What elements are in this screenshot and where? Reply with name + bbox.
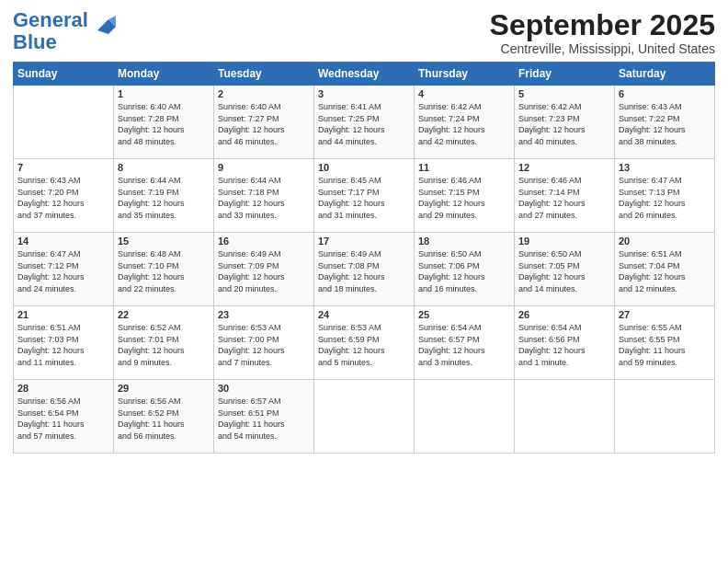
title-block: September 2025 Centreville, Mississippi,… bbox=[490, 9, 715, 56]
day-info: Sunrise: 6:45 AM Sunset: 7:17 PM Dayligh… bbox=[318, 175, 410, 221]
day-info: Sunrise: 6:49 AM Sunset: 7:08 PM Dayligh… bbox=[318, 248, 410, 294]
day-number: 12 bbox=[518, 162, 610, 173]
logo-text: General Blue bbox=[13, 9, 88, 53]
day-number: 3 bbox=[318, 88, 410, 99]
day-info: Sunrise: 6:57 AM Sunset: 6:51 PM Dayligh… bbox=[218, 396, 310, 442]
day-cell: 18Sunrise: 6:50 AM Sunset: 7:06 PM Dayli… bbox=[415, 233, 515, 306]
week-row-5: 28Sunrise: 6:56 AM Sunset: 6:54 PM Dayli… bbox=[14, 380, 715, 454]
day-info: Sunrise: 6:47 AM Sunset: 7:12 PM Dayligh… bbox=[17, 248, 109, 294]
day-number: 16 bbox=[218, 236, 310, 247]
day-cell: 10Sunrise: 6:45 AM Sunset: 7:17 PM Dayli… bbox=[314, 159, 415, 233]
day-number: 27 bbox=[619, 309, 711, 320]
day-info: Sunrise: 6:46 AM Sunset: 7:14 PM Dayligh… bbox=[518, 175, 610, 221]
day-number: 18 bbox=[418, 236, 510, 247]
day-info: Sunrise: 6:48 AM Sunset: 7:10 PM Dayligh… bbox=[118, 248, 210, 294]
day-number: 17 bbox=[318, 236, 410, 247]
day-cell: 6Sunrise: 6:43 AM Sunset: 7:22 PM Daylig… bbox=[615, 86, 715, 159]
day-number: 25 bbox=[418, 309, 510, 320]
day-cell bbox=[415, 380, 515, 454]
day-cell: 29Sunrise: 6:56 AM Sunset: 6:52 PM Dayli… bbox=[114, 380, 214, 454]
day-info: Sunrise: 6:47 AM Sunset: 7:13 PM Dayligh… bbox=[619, 175, 711, 221]
col-thursday: Thursday bbox=[415, 63, 515, 86]
day-number: 23 bbox=[218, 309, 310, 320]
day-cell: 1Sunrise: 6:40 AM Sunset: 7:28 PM Daylig… bbox=[114, 86, 214, 159]
day-number: 6 bbox=[619, 88, 711, 99]
col-sunday: Sunday bbox=[14, 63, 114, 86]
logo: General Blue bbox=[13, 9, 119, 53]
day-info: Sunrise: 6:55 AM Sunset: 6:55 PM Dayligh… bbox=[619, 322, 711, 368]
day-info: Sunrise: 6:42 AM Sunset: 7:24 PM Dayligh… bbox=[418, 101, 510, 147]
day-cell: 16Sunrise: 6:49 AM Sunset: 7:09 PM Dayli… bbox=[214, 233, 314, 306]
col-friday: Friday bbox=[515, 63, 615, 86]
day-info: Sunrise: 6:43 AM Sunset: 7:22 PM Dayligh… bbox=[619, 101, 711, 147]
day-info: Sunrise: 6:50 AM Sunset: 7:05 PM Dayligh… bbox=[518, 248, 610, 294]
day-info: Sunrise: 6:46 AM Sunset: 7:15 PM Dayligh… bbox=[418, 175, 510, 221]
day-number: 22 bbox=[118, 309, 210, 320]
day-number: 24 bbox=[318, 309, 410, 320]
day-number: 13 bbox=[619, 162, 711, 173]
day-info: Sunrise: 6:44 AM Sunset: 7:18 PM Dayligh… bbox=[218, 175, 310, 221]
day-cell: 11Sunrise: 6:46 AM Sunset: 7:15 PM Dayli… bbox=[415, 159, 515, 233]
header-row: Sunday Monday Tuesday Wednesday Thursday… bbox=[14, 63, 715, 86]
day-number: 29 bbox=[118, 383, 210, 394]
day-cell bbox=[14, 86, 114, 159]
day-info: Sunrise: 6:53 AM Sunset: 7:00 PM Dayligh… bbox=[218, 322, 310, 368]
day-cell: 24Sunrise: 6:53 AM Sunset: 6:59 PM Dayli… bbox=[314, 306, 415, 380]
day-info: Sunrise: 6:50 AM Sunset: 7:06 PM Dayligh… bbox=[418, 248, 510, 294]
day-info: Sunrise: 6:43 AM Sunset: 7:20 PM Dayligh… bbox=[17, 175, 109, 221]
day-cell bbox=[314, 380, 415, 454]
col-tuesday: Tuesday bbox=[214, 63, 314, 86]
week-row-1: 1Sunrise: 6:40 AM Sunset: 7:28 PM Daylig… bbox=[14, 86, 715, 159]
day-info: Sunrise: 6:40 AM Sunset: 7:28 PM Dayligh… bbox=[118, 101, 210, 147]
day-info: Sunrise: 6:56 AM Sunset: 6:52 PM Dayligh… bbox=[118, 396, 210, 442]
day-cell bbox=[515, 380, 615, 454]
day-cell: 30Sunrise: 6:57 AM Sunset: 6:51 PM Dayli… bbox=[214, 380, 314, 454]
day-info: Sunrise: 6:54 AM Sunset: 6:56 PM Dayligh… bbox=[518, 322, 610, 368]
day-number: 7 bbox=[17, 162, 109, 173]
day-cell: 26Sunrise: 6:54 AM Sunset: 6:56 PM Dayli… bbox=[515, 306, 615, 380]
day-number: 11 bbox=[418, 162, 510, 173]
day-number: 5 bbox=[518, 88, 610, 99]
day-info: Sunrise: 6:49 AM Sunset: 7:09 PM Dayligh… bbox=[218, 248, 310, 294]
day-cell: 8Sunrise: 6:44 AM Sunset: 7:19 PM Daylig… bbox=[114, 159, 214, 233]
day-cell: 13Sunrise: 6:47 AM Sunset: 7:13 PM Dayli… bbox=[615, 159, 715, 233]
day-info: Sunrise: 6:51 AM Sunset: 7:03 PM Dayligh… bbox=[17, 322, 109, 368]
calendar-subtitle: Centreville, Mississippi, United States bbox=[490, 41, 715, 56]
day-number: 8 bbox=[118, 162, 210, 173]
day-number: 4 bbox=[418, 88, 510, 99]
day-info: Sunrise: 6:56 AM Sunset: 6:54 PM Dayligh… bbox=[17, 396, 109, 442]
day-cell: 15Sunrise: 6:48 AM Sunset: 7:10 PM Dayli… bbox=[114, 233, 214, 306]
col-wednesday: Wednesday bbox=[314, 63, 415, 86]
col-saturday: Saturday bbox=[615, 63, 715, 86]
day-number: 26 bbox=[518, 309, 610, 320]
week-row-3: 14Sunrise: 6:47 AM Sunset: 7:12 PM Dayli… bbox=[14, 233, 715, 306]
day-number: 10 bbox=[318, 162, 410, 173]
day-number: 9 bbox=[218, 162, 310, 173]
day-cell bbox=[615, 380, 715, 454]
week-row-4: 21Sunrise: 6:51 AM Sunset: 7:03 PM Dayli… bbox=[14, 306, 715, 380]
logo-icon bbox=[90, 12, 119, 41]
day-number: 1 bbox=[118, 88, 210, 99]
day-cell: 25Sunrise: 6:54 AM Sunset: 6:57 PM Dayli… bbox=[415, 306, 515, 380]
day-cell: 5Sunrise: 6:42 AM Sunset: 7:23 PM Daylig… bbox=[515, 86, 615, 159]
day-info: Sunrise: 6:42 AM Sunset: 7:23 PM Dayligh… bbox=[518, 101, 610, 147]
day-info: Sunrise: 6:44 AM Sunset: 7:19 PM Dayligh… bbox=[118, 175, 210, 221]
day-cell: 23Sunrise: 6:53 AM Sunset: 7:00 PM Dayli… bbox=[214, 306, 314, 380]
day-number: 30 bbox=[218, 383, 310, 394]
calendar-table: Sunday Monday Tuesday Wednesday Thursday… bbox=[13, 62, 715, 454]
day-number: 14 bbox=[17, 236, 109, 247]
header: General Blue September 2025 Centreville,… bbox=[13, 9, 715, 56]
calendar-title: September 2025 bbox=[490, 9, 715, 41]
day-number: 21 bbox=[17, 309, 109, 320]
day-cell: 2Sunrise: 6:40 AM Sunset: 7:27 PM Daylig… bbox=[214, 86, 314, 159]
day-cell: 20Sunrise: 6:51 AM Sunset: 7:04 PM Dayli… bbox=[615, 233, 715, 306]
page: General Blue September 2025 Centreville,… bbox=[0, 0, 728, 563]
day-cell: 22Sunrise: 6:52 AM Sunset: 7:01 PM Dayli… bbox=[114, 306, 214, 380]
day-cell: 19Sunrise: 6:50 AM Sunset: 7:05 PM Dayli… bbox=[515, 233, 615, 306]
day-info: Sunrise: 6:52 AM Sunset: 7:01 PM Dayligh… bbox=[118, 322, 210, 368]
day-number: 15 bbox=[118, 236, 210, 247]
day-cell: 9Sunrise: 6:44 AM Sunset: 7:18 PM Daylig… bbox=[214, 159, 314, 233]
day-cell: 3Sunrise: 6:41 AM Sunset: 7:25 PM Daylig… bbox=[314, 86, 415, 159]
day-info: Sunrise: 6:53 AM Sunset: 6:59 PM Dayligh… bbox=[318, 322, 410, 368]
week-row-2: 7Sunrise: 6:43 AM Sunset: 7:20 PM Daylig… bbox=[14, 159, 715, 233]
